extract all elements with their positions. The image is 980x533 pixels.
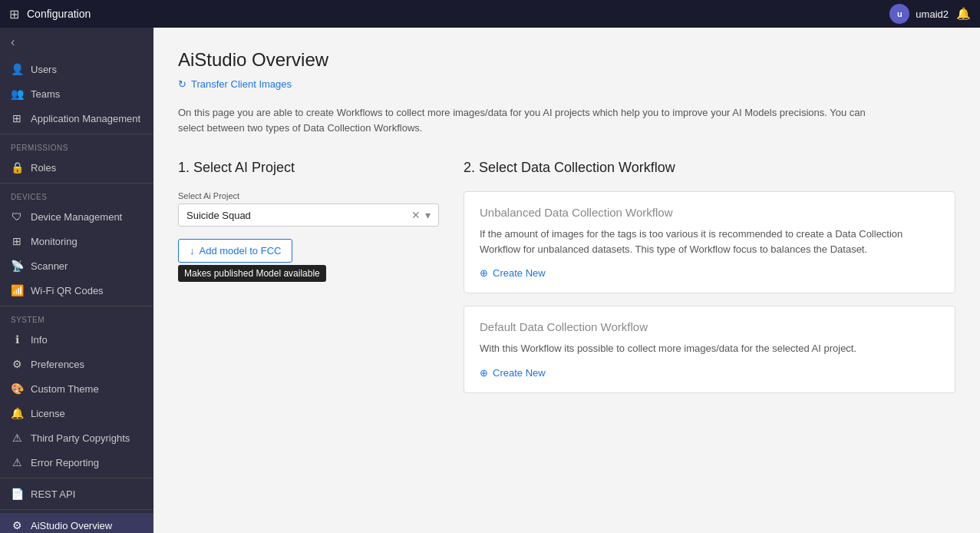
select-ai-project-section: 1. Select AI Project Select Ai Project S…: [178, 160, 439, 406]
sidebar-item-info[interactable]: ℹ Info: [0, 327, 153, 352]
select-ai-project-label: Select Ai Project: [178, 191, 439, 200]
page-title: AiStudio Overview: [178, 49, 955, 71]
default-workflow-title: Default Data Collection Workflow: [480, 320, 939, 333]
default-workflow-desc: With this Workflow its possible to colle…: [480, 341, 939, 356]
section1-title: 1. Select AI Project: [178, 160, 439, 176]
permissions-label: PERMISSIONS: [0, 137, 153, 155]
unbalanced-workflow-title: Unbalanced Data Collection Workflow: [480, 206, 939, 219]
error-reporting-icon: ⚠: [11, 456, 23, 468]
sidebar-item-wifi-qr-codes[interactable]: 📶 Wi-Fi QR Codes: [0, 278, 153, 303]
topbar-title: Configuration: [27, 8, 91, 20]
unbalanced-create-new-button[interactable]: ⊕ Create New: [480, 267, 939, 279]
default-create-new-button[interactable]: ⊕ Create New: [480, 367, 939, 379]
system-label: SYSTEM: [0, 310, 153, 327]
ai-project-value: Suicide Squad: [186, 210, 251, 221]
avatar: u: [889, 4, 909, 24]
default-workflow-card: Default Data Collection Workflow With th…: [464, 306, 955, 393]
unbalanced-workflow-desc: If the amount of images for the tags is …: [480, 227, 939, 257]
clear-icon[interactable]: ✕: [411, 209, 421, 221]
ai-project-select[interactable]: Suicide Squad ✕ ▾: [178, 204, 439, 227]
sidebar-item-device-management[interactable]: 🛡 Device Management: [0, 204, 153, 229]
topbar: ⊞ Configuration u umaid2 🔔: [0, 0, 980, 28]
sidebar-item-rest-api[interactable]: 📄 REST API: [0, 482, 153, 506]
sidebar-item-monitoring[interactable]: ⊞ Monitoring: [0, 229, 153, 253]
sidebar-item-teams[interactable]: 👥 Teams: [0, 81, 153, 106]
sidebar-item-roles[interactable]: 🔒 Roles: [0, 155, 153, 180]
preferences-icon: ⚙: [11, 358, 23, 370]
scanner-icon: 📡: [11, 260, 23, 272]
sidebar: ‹ 👤 Users 👥 Teams ⊞ Application Manageme…: [0, 28, 153, 533]
plus-circle-icon-2: ⊕: [480, 367, 488, 379]
info-icon: ℹ: [11, 333, 23, 346]
third-party-icon: ⚠: [11, 432, 23, 444]
sidebar-item-error-reporting[interactable]: ⚠ Error Reporting: [0, 450, 153, 475]
topbar-right: u umaid2 🔔: [889, 4, 971, 24]
transfer-client-images-link[interactable]: ↻ Transfer Client Images: [178, 78, 955, 90]
sidebar-item-custom-theme[interactable]: 🎨 Custom Theme: [0, 376, 153, 401]
roles-icon: 🔒: [11, 161, 23, 174]
custom-theme-icon: 🎨: [11, 382, 23, 395]
aistudio-icon: ⚙: [11, 519, 23, 531]
refresh-icon: ↻: [178, 78, 186, 90]
topbar-user: u umaid2: [889, 4, 949, 24]
rest-api-icon: 📄: [11, 488, 23, 500]
unbalanced-workflow-card: Unbalanced Data Collection Workflow If t…: [464, 191, 955, 293]
sidebar-item-scanner[interactable]: 📡 Scanner: [0, 253, 153, 278]
sidebar-item-users[interactable]: 👤 Users: [0, 57, 153, 81]
appmanagement-icon: ⊞: [11, 112, 23, 124]
grid-icon[interactable]: ⊞: [9, 7, 19, 22]
user-icon: 👤: [11, 63, 23, 75]
bell-icon[interactable]: 🔔: [956, 7, 971, 21]
sidebar-item-application-management[interactable]: ⊞ Application Management: [0, 106, 153, 131]
sidebar-item-aistudio-overview[interactable]: ⚙ AiStudio Overview: [0, 513, 153, 533]
add-model-tooltip: Makes published Model available: [178, 265, 326, 282]
two-column-layout: 1. Select AI Project Select Ai Project S…: [178, 160, 955, 406]
devices-label: DEVICES: [0, 187, 153, 204]
plus-circle-icon: ⊕: [480, 267, 488, 279]
sidebar-item-preferences[interactable]: ⚙ Preferences: [0, 352, 153, 376]
layout: ‹ 👤 Users 👥 Teams ⊞ Application Manageme…: [0, 28, 980, 533]
topbar-left: ⊞ Configuration: [9, 7, 91, 22]
sidebar-collapse-button[interactable]: ‹: [0, 28, 153, 57]
sidebar-item-third-party-copyrights[interactable]: ⚠ Third Party Copyrights: [0, 425, 153, 450]
sidebar-item-license[interactable]: 🔔 License: [0, 401, 153, 425]
device-management-icon: 🛡: [11, 210, 23, 223]
main-content: AiStudio Overview ↻ Transfer Client Imag…: [153, 28, 980, 533]
select-workflow-section: 2. Select Data Collection Workflow Unbal…: [464, 160, 955, 406]
wifi-icon: 📶: [11, 284, 23, 296]
license-icon: 🔔: [11, 407, 23, 419]
teams-icon: 👥: [11, 88, 23, 100]
monitoring-icon: ⊞: [11, 235, 23, 247]
chevron-down-icon[interactable]: ▾: [425, 209, 431, 221]
username: umaid2: [916, 8, 949, 20]
page-description: On this page you are able to create Work…: [178, 105, 869, 135]
download-icon: ↓: [190, 245, 195, 257]
add-model-to-fcc-button[interactable]: ↓ Add model to FCC: [178, 239, 292, 263]
select-icons: ✕ ▾: [411, 209, 431, 221]
section2-title: 2. Select Data Collection Workflow: [464, 160, 955, 176]
